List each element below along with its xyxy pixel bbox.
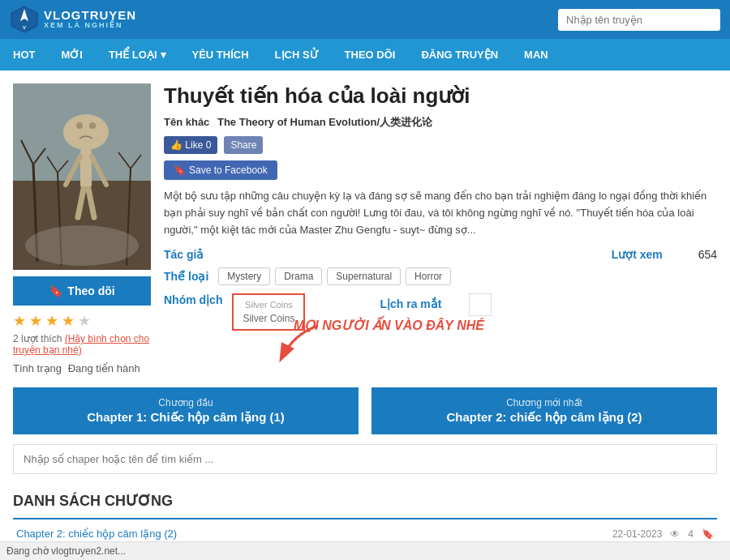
thumbs-up-icon: 👍 — [170, 139, 182, 151]
tag-drama[interactable]: Drama — [275, 267, 322, 285]
star-1[interactable]: ★ — [13, 312, 26, 330]
tag-horror[interactable]: Horror — [406, 267, 451, 285]
view-count-item: 4 — [688, 528, 694, 540]
main-content: 🔖 Theo dõi ★ ★ ★ ★ ★ 2 lượt thích (Hãy b… — [0, 71, 730, 560]
chapter-date: 22-01-2023 — [612, 528, 662, 540]
chapter-item-title[interactable]: Chapter 2: chiếc hộp câm lặng (2) — [16, 528, 177, 540]
manga-header: 🔖 Theo dõi ★ ★ ★ ★ ★ 2 lượt thích (Hãy b… — [13, 83, 717, 374]
follow-button[interactable]: 🔖 Theo dõi — [13, 276, 151, 306]
eye-icon: 👁 — [670, 528, 680, 540]
svg-point-15 — [63, 114, 109, 150]
genre-tags: Mystery Drama Supernatural Horror — [218, 267, 451, 285]
star-5[interactable]: ★ — [78, 312, 91, 330]
chapter-meta: 22-01-2023 👁 4 🔖 — [612, 528, 714, 540]
nav-hot[interactable]: HOT — [0, 39, 48, 71]
tag-mystery[interactable]: Mystery — [218, 267, 270, 285]
manga-description: Một bộ sưu tập những câu chuyện kỳ lạ và… — [164, 188, 717, 238]
rating-count: 2 lượt thích (Hãy bình chọn cho truyện b… — [13, 333, 151, 356]
nav-upload[interactable]: ĐĂNG TRUYỆN — [408, 39, 511, 71]
facebook-like-button[interactable]: 👍 Like 0 — [164, 136, 217, 154]
star-3[interactable]: ★ — [45, 312, 58, 330]
nav-history[interactable]: LỊCH SỬ — [262, 39, 332, 71]
chapter-buttons: Chương đầu Chapter 1: Chiếc hộp câm lặng… — [13, 387, 717, 434]
nav-favorites[interactable]: YÊU THÍCH — [179, 39, 262, 71]
first-chapter-button[interactable]: Chương đầu Chapter 1: Chiếc hộp câm lặng… — [13, 387, 359, 434]
manga-info: Thuyết tiến hóa của loài người Tên khác … — [164, 83, 717, 374]
logo-area: V VLOGTRUYEN XEM LÀ NGHIỀN — [10, 5, 136, 34]
alt-name-row: Tên khác The Theory of Human Evolution/人… — [164, 115, 717, 130]
bookmark-chapter-icon[interactable]: 🔖 — [702, 528, 714, 540]
genre-label: Thể loại — [164, 270, 208, 283]
release-calendar-icon — [469, 293, 492, 316]
manga-cover-area: 🔖 Theo dõi ★ ★ ★ ★ ★ 2 lượt thích (Hãy b… — [13, 83, 151, 374]
bookmark-follow-icon: 🔖 — [49, 284, 62, 297]
latest-chapter-button[interactable]: Chương mới nhất Chapter 2: chiếc hộp câm… — [371, 387, 717, 434]
manga-title: Thuyết tiến hóa của loài người — [164, 83, 717, 109]
nav-new[interactable]: MỚI — [48, 39, 95, 71]
svg-point-20 — [89, 122, 96, 129]
view-count: 654 — [698, 248, 717, 261]
star-2[interactable]: ★ — [29, 312, 42, 330]
annotation-text: MỌI NGƯỜI ẤN VÀO ĐÂY NHÉ — [294, 318, 484, 333]
group-logo-placeholder: Silver Coins — [238, 300, 298, 310]
svg-rect-16 — [80, 148, 92, 189]
svg-text:V: V — [23, 25, 26, 30]
footer-status: Đang chờ vlogtruyen2.net... — [0, 541, 730, 560]
author-row: Tác giả — [164, 248, 204, 261]
main-nav: HOT MỚI THỂ LOẠI ▾ YÊU THÍCH LỊCH SỬ THE… — [0, 39, 730, 71]
view-row: Lượt xem 654 — [612, 248, 717, 261]
svg-point-19 — [76, 122, 83, 129]
bookmark-icon: 🔖 — [174, 165, 186, 176]
nav-genre[interactable]: THỂ LOẠI ▾ — [96, 39, 179, 71]
facebook-share-button[interactable]: Share — [224, 136, 263, 154]
search-input[interactable] — [558, 9, 720, 31]
chapter-list-header: DANH SÁCH CHƯƠNG — [13, 484, 717, 519]
logo-main-text: VLOGTRUYEN — [44, 9, 136, 23]
chevron-down-icon: ▾ — [161, 49, 166, 61]
release-row: Lịch ra mắt — [380, 293, 492, 316]
facebook-save-button[interactable]: 🔖 Save to Facebook — [164, 160, 277, 180]
social-buttons: 👍 Like 0 Share — [164, 136, 717, 154]
star-4[interactable]: ★ — [62, 312, 75, 330]
annotation-container: MỌI NGƯỜI ẤN VÀO ĐÂY NHÉ — [269, 318, 334, 369]
chapter-search-input[interactable] — [13, 444, 717, 474]
logo-sub-text: XEM LÀ NGHIỀN — [44, 22, 136, 30]
svg-point-23 — [25, 225, 139, 266]
status-area: Tình trạng Đang tiến hành — [13, 362, 151, 374]
rating-area: ★ ★ ★ ★ ★ — [13, 312, 151, 330]
nav-follow[interactable]: THEO DÕI — [332, 39, 409, 71]
nav-man[interactable]: MAN — [511, 39, 561, 71]
logo-icon: V — [10, 5, 39, 34]
site-header: V VLOGTRUYEN XEM LÀ NGHIỀN — [0, 0, 730, 39]
cover-image — [13, 83, 151, 270]
tag-supernatural[interactable]: Supernatural — [327, 267, 401, 285]
